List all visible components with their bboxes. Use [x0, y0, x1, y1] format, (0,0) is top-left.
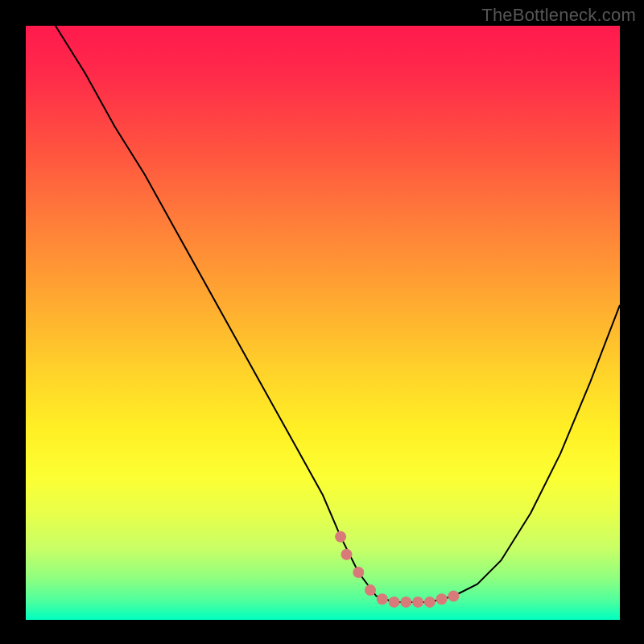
chart-plot-area — [26, 26, 620, 620]
marker-group — [335, 531, 459, 608]
highlight-marker — [436, 593, 448, 605]
highlight-marker — [335, 531, 346, 543]
highlight-marker — [389, 597, 400, 608]
highlight-marker — [353, 567, 364, 578]
highlight-marker — [377, 593, 388, 605]
highlight-marker — [424, 597, 436, 608]
watermark-text: TheBottleneck.com — [481, 5, 636, 26]
bottleneck-curve — [56, 26, 620, 602]
highlight-marker — [448, 591, 459, 602]
highlight-marker — [365, 584, 376, 596]
highlight-marker — [412, 597, 423, 608]
highlight-marker — [400, 597, 411, 608]
bottleneck-chart — [26, 26, 620, 620]
highlight-marker — [341, 549, 353, 560]
